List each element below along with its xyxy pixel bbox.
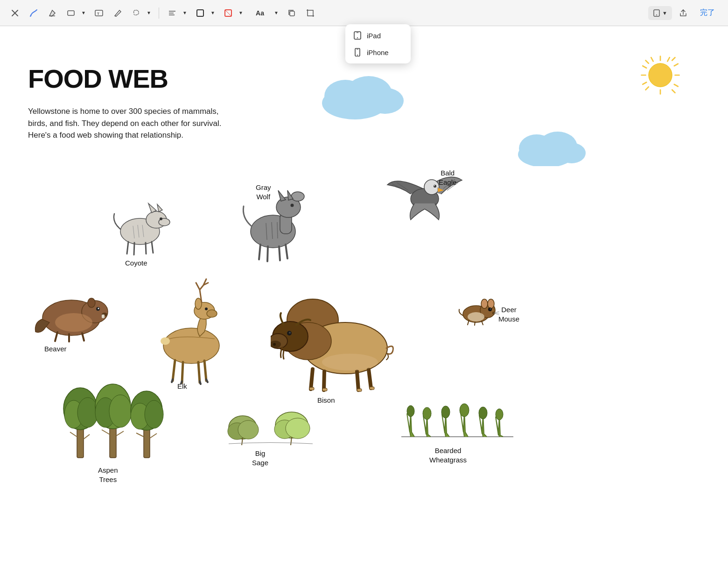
svg-point-174 [479,407,487,419]
coyote-illustration [107,185,173,259]
font-dropdown-button[interactable]: ▼ [272,6,280,21]
svg-line-123 [369,370,371,388]
lasso-dropdown-button[interactable]: ▼ [145,6,153,21]
toolbar: ▼ T ▼ ▼ [0,0,728,26]
cloud-2 [513,129,588,166]
svg-point-80 [434,185,435,186]
svg-rect-10 [197,10,203,16]
lasso-button[interactable] [129,6,144,21]
svg-point-45 [366,88,404,114]
svg-point-25 [357,55,358,56]
svg-rect-14 [308,10,313,16]
svg-line-34 [672,90,675,93]
text-insert-button[interactable]: T [91,6,106,21]
bison-label: Bison [317,396,335,405]
ipad-icon [353,31,362,40]
close-button[interactable] [7,6,22,21]
device-preview-button[interactable]: ▼ [648,6,672,20]
svg-point-175 [496,409,503,420]
share-button[interactable] [676,6,691,21]
svg-line-32 [672,57,675,60]
svg-marker-67 [278,190,286,201]
svg-line-150 [102,430,110,434]
document-title: FOOD WEB [28,63,168,94]
svg-point-99 [207,310,217,317]
elk-illustration [149,269,233,385]
bearded-wheatgrass-illustration [397,385,518,451]
svg-point-172 [441,406,450,418]
font-button[interactable]: Aa [249,6,271,21]
svg-line-57 [134,243,134,255]
deer-mouse-illustration [457,290,499,327]
done-button[interactable]: 完了 [694,6,721,21]
aspen-trees-illustration [61,371,173,465]
svg-point-79 [434,185,436,188]
svg-line-39 [651,57,653,61]
handwriting-tool-button[interactable] [26,6,41,21]
svg-rect-127 [370,387,374,390]
svg-rect-126 [357,389,362,391]
color-button[interactable] [221,6,236,21]
svg-line-6 [115,16,116,16]
pencil-button[interactable] [110,6,125,21]
stroke-dropdown-button[interactable]: ▼ [209,6,217,21]
svg-rect-13 [290,11,294,16]
svg-point-101 [205,307,208,310]
deer-mouse-label: DeerMouse [498,305,519,323]
bald-eagle-label: BaldEagle [439,168,456,187]
color-dropdown-button[interactable]: ▼ [237,6,245,21]
align-dropdown-button[interactable]: ▼ [181,6,189,21]
svg-point-142 [468,312,484,321]
shape-button[interactable] [63,6,78,21]
shape-tool-group: ▼ [63,6,88,21]
svg-point-69 [291,204,294,207]
svg-line-144 [70,432,77,437]
svg-point-66 [291,192,304,201]
beaver-illustration [32,287,116,343]
svg-rect-3 [68,11,74,15]
svg-line-35 [643,66,646,68]
svg-line-105 [204,361,206,381]
svg-line-31 [646,61,649,63]
svg-line-109 [206,379,208,382]
big-sage-label: BigSage [252,449,268,467]
svg-line-103 [182,362,183,383]
svg-line-37 [643,82,646,84]
svg-point-171 [423,407,431,419]
svg-point-148 [77,398,98,427]
shape-dropdown-button[interactable]: ▼ [79,6,88,21]
svg-line-95 [82,333,84,341]
ipad-option[interactable]: iPad [345,27,411,44]
svg-marker-54 [157,204,162,212]
svg-rect-124 [309,387,314,390]
svg-point-87 [88,298,95,307]
svg-line-108 [200,381,201,384]
svg-line-73 [286,245,287,259]
stroke-button[interactable] [193,6,208,21]
document-canvas: FOOD WEB Yellowstone is home to over 300… [0,26,728,573]
svg-point-154 [109,395,132,427]
eagle-illustration [383,157,467,231]
duplicate-button[interactable] [284,6,299,21]
svg-line-76 [277,222,278,238]
svg-point-49 [558,143,586,163]
svg-point-160 [145,400,163,428]
color-tool-group: ▼ [221,6,245,21]
svg-text:T: T [97,12,99,16]
svg-line-151 [116,431,124,436]
align-button[interactable] [165,6,180,21]
svg-point-20 [656,14,657,15]
svg-point-119 [289,332,291,334]
sun-illustration [639,54,681,96]
iphone-option[interactable]: iPhone [345,44,411,61]
crop-button[interactable] [303,6,318,21]
svg-line-102 [173,360,175,381]
svg-line-120 [311,369,313,389]
iphone-label: iPhone [367,49,389,56]
eraser-button[interactable] [45,6,60,21]
svg-point-22 [357,37,358,38]
svg-line-70 [259,245,260,259]
svg-line-56 [127,242,128,254]
separator-1 [159,7,159,19]
svg-point-96 [55,313,92,332]
